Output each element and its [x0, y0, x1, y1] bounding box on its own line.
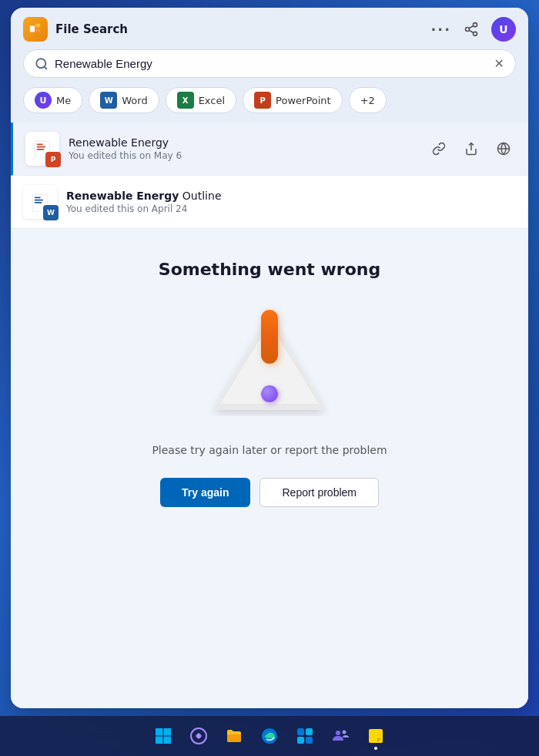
taskbar-copilot-button[interactable]: [183, 721, 214, 751]
chip-more[interactable]: +2: [349, 87, 387, 113]
exclamation-dot-icon: [261, 385, 278, 402]
file-info-1: Renewable Energy You edited this on May …: [69, 136, 427, 161]
svg-rect-25: [156, 737, 163, 744]
title-left: File Search: [23, 17, 128, 42]
filter-chips: U Me W Word X Excel P PowerPoint +2: [23, 87, 516, 123]
try-again-button[interactable]: Try again: [160, 478, 250, 507]
svg-rect-30: [306, 728, 313, 735]
file-date-1: You edited this on May 6: [69, 150, 427, 161]
taskbar-start-button[interactable]: [148, 721, 179, 751]
file-icon-wrap-1: P: [25, 132, 59, 166]
taskbar-store-button[interactable]: [290, 721, 320, 751]
svg-rect-2: [35, 29, 40, 32]
file-explorer-icon: [225, 727, 243, 745]
error-buttons: Try again Report problem: [160, 478, 379, 507]
title-bar: File Search ··· U: [23, 17, 516, 42]
chip-excel[interactable]: X Excel: [166, 87, 236, 113]
title-actions: ··· U: [430, 17, 516, 42]
file-info-2: Renewable Energy Outline You edited this…: [66, 190, 516, 214]
teams-icon: [331, 727, 350, 745]
chip-me-label: Me: [56, 95, 71, 106]
main-panel: File Search ··· U ✕: [11, 8, 528, 708]
chip-word[interactable]: W Word: [89, 87, 159, 113]
svg-point-4: [466, 28, 470, 32]
error-subtitle: Please try again later or report the pro…: [152, 444, 387, 456]
svg-line-9: [44, 66, 46, 69]
word-badge: W: [43, 205, 59, 220]
report-problem-button[interactable]: Report problem: [259, 478, 379, 507]
chip-word-label: Word: [122, 95, 147, 106]
svg-rect-32: [306, 737, 313, 744]
svg-rect-26: [164, 737, 172, 744]
svg-rect-29: [297, 728, 304, 735]
taskbar-teams-button[interactable]: [325, 721, 356, 751]
chip-me[interactable]: U Me: [23, 87, 82, 113]
ppt-badge: P: [45, 152, 61, 167]
error-illustration: [208, 304, 331, 419]
svg-rect-18: [35, 197, 41, 199]
svg-rect-20: [35, 202, 42, 203]
svg-line-6: [469, 30, 474, 32]
results-area: P Renewable Energy You edited this on Ma…: [11, 123, 528, 708]
search-input[interactable]: [55, 57, 488, 70]
taskbar-files-button[interactable]: [219, 721, 249, 751]
app-icon: [23, 17, 48, 42]
chip-powerpoint[interactable]: P PowerPoint: [243, 87, 343, 113]
search-clear-button[interactable]: ✕: [494, 56, 504, 71]
chip-powerpoint-label: PowerPoint: [276, 95, 331, 106]
taskbar-sticky-notes-button[interactable]: [360, 721, 391, 751]
exclamation-body-icon: [261, 310, 278, 364]
search-bar: ✕: [23, 49, 516, 78]
search-icon: [35, 57, 49, 71]
panel-header: File Search ··· U ✕: [11, 8, 528, 123]
user-avatar-button[interactable]: U: [491, 17, 516, 42]
word-chip-icon: W: [100, 92, 117, 109]
open-browser-button-1[interactable]: [491, 136, 516, 161]
file-name-1: Renewable Energy: [69, 136, 427, 149]
svg-line-7: [469, 25, 474, 28]
active-indicator: [374, 747, 377, 750]
more-options-button[interactable]: ···: [430, 22, 451, 38]
svg-rect-31: [297, 737, 304, 744]
file-icon-wrap-2: W: [23, 185, 57, 219]
file-date-2: You edited this on April 24: [66, 203, 516, 214]
chip-excel-label: Excel: [199, 95, 225, 106]
copilot-icon: [189, 727, 208, 745]
svg-rect-23: [156, 728, 163, 736]
excel-chip-icon: X: [177, 92, 194, 109]
svg-rect-19: [35, 200, 43, 201]
error-section: Something went wrong: [11, 229, 528, 538]
windows-icon: [154, 727, 172, 745]
svg-point-34: [343, 731, 346, 734]
edge-icon: [260, 727, 279, 745]
me-avatar: U: [35, 92, 52, 109]
svg-point-5: [474, 32, 477, 35]
file-item-2[interactable]: W Renewable Energy Outline You edited th…: [11, 176, 528, 229]
svg-rect-13: [37, 149, 45, 150]
store-icon: [296, 727, 314, 745]
svg-point-3: [474, 23, 477, 27]
copy-link-button-1[interactable]: [427, 136, 451, 161]
svg-rect-35: [369, 729, 383, 743]
svg-rect-11: [37, 144, 43, 146]
svg-rect-12: [37, 146, 45, 148]
sticky-notes-icon: [367, 727, 385, 745]
file-item-1[interactable]: P Renewable Energy You edited this on Ma…: [11, 123, 528, 176]
taskbar-edge-button[interactable]: [254, 721, 285, 751]
svg-rect-24: [164, 728, 172, 736]
powerpoint-chip-icon: P: [254, 92, 271, 109]
svg-rect-0: [30, 26, 35, 32]
share-button-1[interactable]: [459, 136, 484, 161]
taskbar: [0, 716, 539, 756]
word-file-icon: W: [23, 185, 57, 219]
svg-point-8: [36, 59, 45, 68]
error-title: Something went wrong: [159, 260, 380, 279]
svg-rect-1: [35, 24, 40, 28]
file-name-2: Renewable Energy Outline: [66, 190, 516, 202]
file-actions-1: [427, 136, 516, 161]
share-icon-button[interactable]: [460, 18, 482, 40]
svg-point-33: [336, 731, 340, 735]
powerpoint-file-icon: P: [25, 132, 59, 166]
chip-more-label: +2: [360, 95, 375, 106]
app-title: File Search: [55, 22, 128, 36]
